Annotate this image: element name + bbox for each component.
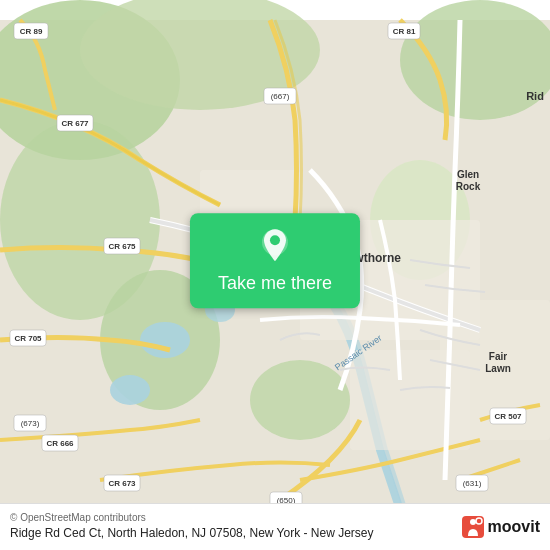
svg-text:(631): (631) (463, 479, 482, 488)
location-pin-icon (257, 227, 293, 263)
svg-point-49 (470, 519, 476, 525)
svg-text:(673): (673) (21, 419, 40, 428)
svg-text:CR 705: CR 705 (14, 334, 42, 343)
svg-point-50 (476, 518, 482, 524)
svg-point-8 (140, 322, 190, 358)
take-me-there-label: Take me there (218, 273, 332, 294)
svg-text:Lawn: Lawn (485, 363, 511, 374)
svg-text:CR 675: CR 675 (108, 242, 136, 251)
svg-point-6 (250, 360, 350, 440)
svg-text:CR 81: CR 81 (393, 27, 416, 36)
svg-text:CR 673: CR 673 (108, 479, 136, 488)
svg-text:Glen: Glen (457, 169, 479, 180)
address-text: Ridge Rd Ced Ct, North Haledon, NJ 07508… (10, 525, 452, 542)
bottom-bar: © OpenStreetMap contributors Ridge Rd Ce… (0, 503, 550, 550)
take-me-there-button[interactable]: Take me there (190, 213, 360, 308)
moovit-logo: moovit (462, 516, 540, 538)
moovit-brand-icon (462, 516, 484, 538)
svg-text:CR 677: CR 677 (61, 119, 89, 128)
moovit-name: moovit (488, 518, 540, 536)
svg-point-47 (270, 235, 280, 245)
svg-text:Rid: Rid (526, 90, 544, 102)
svg-text:CR 507: CR 507 (494, 412, 522, 421)
attribution-text: © OpenStreetMap contributors (10, 512, 452, 523)
svg-text:(667): (667) (271, 92, 290, 101)
svg-text:CR 666: CR 666 (46, 439, 74, 448)
bottom-left: © OpenStreetMap contributors Ridge Rd Ce… (10, 512, 452, 542)
svg-text:CR 89: CR 89 (20, 27, 43, 36)
svg-text:Rock: Rock (456, 181, 481, 192)
svg-text:Fair: Fair (489, 351, 507, 362)
map-container: CR 89 CR 677 CR 81 (667) CR 675 CR 705 (… (0, 0, 550, 550)
svg-point-10 (110, 375, 150, 405)
